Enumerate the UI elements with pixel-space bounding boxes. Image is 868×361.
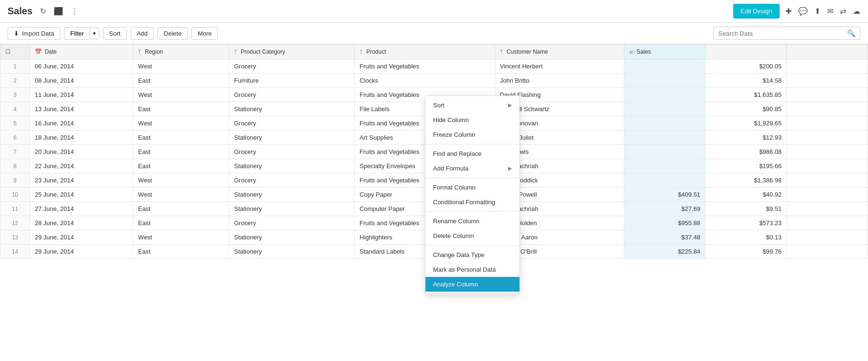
cell-col8[interactable]: $986.08 [705,145,786,159]
sort-button[interactable]: Sort [103,27,127,40]
delete-button[interactable]: Delete [158,27,188,40]
table-row[interactable]: 2 08 June, 2014 East Furniture Clocks Jo… [0,74,868,88]
cell-sales[interactable] [624,116,705,131]
cell-sales[interactable] [624,159,705,173]
cell-region[interactable]: East [133,245,229,259]
cell-product-category[interactable]: Stationery [229,188,354,202]
cell-date[interactable]: 27 June, 2014 [30,202,133,216]
cell-region[interactable]: West [133,188,229,202]
cell-region[interactable]: West [133,230,229,245]
context-menu-item[interactable]: Mark as Personal Data [425,262,519,277]
cell-col9[interactable] [786,216,868,230]
context-menu-item[interactable]: Analyze Column [425,277,519,292]
cell-col9[interactable] [786,145,868,159]
cell-col8[interactable]: $0.13 [705,230,786,245]
cell-col8[interactable]: $9.51 [705,202,786,216]
context-menu-item[interactable]: Hide Column [425,113,519,127]
cell-col9[interactable] [786,131,868,145]
cell-date[interactable]: 25 June, 2014 [30,188,133,202]
context-menu-item[interactable]: Sort▶ [425,98,519,113]
edit-design-button[interactable]: Edit Design [733,4,780,19]
cell-product-category[interactable]: Furniture [229,74,354,88]
col-header-sales[interactable]: ⊞ Sales [624,45,705,59]
more-icon-btn[interactable]: ⋮ [69,5,80,18]
cell-date[interactable]: 06 June, 2014 [30,59,133,74]
cell-date[interactable]: 11 June, 2014 [30,88,133,102]
cell-customer-name[interactable]: Vincent Herbert [495,59,624,74]
cell-product-category[interactable]: Grocery [229,173,354,188]
table-row[interactable]: 1 06 June, 2014 West Grocery Fruits and … [0,59,868,74]
cell-product[interactable]: Clocks [355,74,495,88]
cell-col9[interactable] [786,88,868,102]
context-menu-item[interactable]: Freeze Column [425,127,519,142]
cell-region[interactable]: West [133,59,229,74]
more-button[interactable]: More [191,27,218,40]
cell-col8[interactable]: $1,635.85 [705,88,786,102]
save-icon-btn[interactable]: ⬛ [52,5,65,18]
cell-date[interactable]: 22 June, 2014 [30,159,133,173]
cell-product-category[interactable]: Grocery [229,145,354,159]
cloud-icon[interactable]: ☁ [853,7,860,16]
cell-col8[interactable]: $12.93 [705,131,786,145]
cell-sales[interactable] [624,88,705,102]
context-menu-item[interactable]: Find and Replace [425,146,519,161]
col-header-extra2[interactable] [786,45,868,59]
cell-region[interactable]: East [133,202,229,216]
cell-product[interactable]: Fruits and Vegetables [355,59,495,74]
mail-icon[interactable]: ✉ [827,7,833,16]
cell-sales[interactable] [624,145,705,159]
cell-col9[interactable] [786,116,868,131]
cell-col8[interactable]: $1,386.98 [705,173,786,188]
cell-product-category[interactable]: Stationery [229,230,354,245]
cell-sales[interactable] [624,131,705,145]
cell-date[interactable]: 29 June, 2014 [30,245,133,259]
col-header-product-category[interactable]: T Product Category [229,45,354,59]
context-menu-item[interactable]: Rename Column [425,214,519,228]
filter-dropdown-button[interactable]: ▾ [90,28,99,39]
cell-sales[interactable] [624,102,705,116]
import-data-button[interactable]: ⬇ Import Data [8,27,60,40]
cell-col8[interactable]: $14.58 [705,74,786,88]
cell-region[interactable]: East [133,102,229,116]
cell-col8[interactable]: $200.05 [705,59,786,74]
cell-col8[interactable]: $195.66 [705,159,786,173]
cell-product-category[interactable]: Stationery [229,159,354,173]
context-menu-item[interactable]: Conditional Formatting [425,195,519,209]
cell-col9[interactable] [786,230,868,245]
cell-sales[interactable]: $409.51 [624,188,705,202]
cell-col9[interactable] [786,59,868,74]
add-button[interactable]: Add [131,27,154,40]
cell-date[interactable]: 20 June, 2014 [30,145,133,159]
cell-sales[interactable] [624,59,705,74]
context-menu-item[interactable]: Change Data Type [425,247,519,262]
cell-sales[interactable]: $225.84 [624,245,705,259]
col-header-product[interactable]: T Product [355,45,495,59]
refresh-icon-btn[interactable]: ↻ [38,5,48,18]
network-icon[interactable]: ⇄ [840,7,846,16]
cell-col9[interactable] [786,245,868,259]
cell-product-category[interactable]: Stationery [229,245,354,259]
cell-product-category[interactable]: Grocery [229,116,354,131]
cell-sales[interactable]: $37.48 [624,230,705,245]
add-icon[interactable]: ✚ [785,7,792,16]
cell-col8[interactable]: $573.23 [705,216,786,230]
cell-date[interactable]: 18 June, 2014 [30,131,133,145]
cell-col9[interactable] [786,102,868,116]
context-menu-item[interactable]: Format Column [425,180,519,195]
search-input[interactable] [718,30,844,37]
cell-col8[interactable]: $1,929.65 [705,116,786,131]
context-menu-item[interactable]: Delete Column [425,228,519,243]
cell-region[interactable]: East [133,216,229,230]
cell-region[interactable]: East [133,159,229,173]
col-header-date[interactable]: 📅 Date [30,45,133,59]
cell-product-category[interactable]: Stationery [229,202,354,216]
comment-icon[interactable]: 💬 [798,7,808,16]
cell-region[interactable]: West [133,116,229,131]
cell-date[interactable]: 13 June, 2014 [30,102,133,116]
cell-region[interactable]: East [133,74,229,88]
cell-col9[interactable] [786,159,868,173]
cell-date[interactable]: 29 June, 2014 [30,230,133,245]
cell-region[interactable]: East [133,145,229,159]
cell-customer-name[interactable]: John Britto [495,74,624,88]
col-header-extra1[interactable] [705,45,786,59]
